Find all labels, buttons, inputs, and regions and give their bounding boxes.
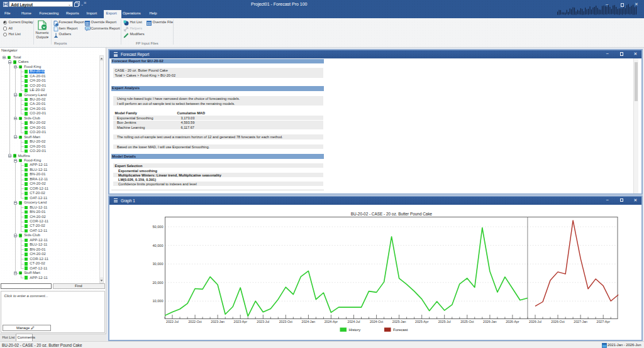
svg-text:Forecast: Forecast <box>393 328 408 332</box>
svg-text:2024-Jul: 2024-Jul <box>347 320 360 324</box>
svg-text:2026-Jul: 2026-Jul <box>529 320 541 324</box>
svg-text:2026-Jan: 2026-Jan <box>483 320 497 324</box>
svg-text:30,000: 30,000 <box>152 262 163 266</box>
svg-text:2022-Jul: 2022-Jul <box>166 320 179 324</box>
svg-text:2023-Jul: 2023-Jul <box>257 320 269 324</box>
svg-text:i: i <box>57 23 57 26</box>
svg-text:2024-Apr: 2024-Apr <box>324 320 338 324</box>
svg-text:2025-Oct: 2025-Oct <box>460 320 474 324</box>
svg-text:BU-20-02 - CASE - 20 oz. Butte: BU-20-02 - CASE - 20 oz. Butter Pound Ca… <box>350 212 432 216</box>
svg-text:20,000: 20,000 <box>152 280 163 284</box>
svg-text:History: History <box>348 328 360 332</box>
svg-text:2023-Oct: 2023-Oct <box>279 320 292 324</box>
svg-text:2022-Oct: 2022-Oct <box>188 320 202 324</box>
svg-text:2023-Jan: 2023-Jan <box>211 320 225 324</box>
svg-text:2025-Jan: 2025-Jan <box>392 320 406 324</box>
svg-text:2027-Apr: 2027-Apr <box>596 320 610 324</box>
svg-text:2025-Apr: 2025-Apr <box>415 320 429 324</box>
svg-text:40,000: 40,000 <box>152 243 163 247</box>
svg-text:2026-Oct: 2026-Oct <box>551 320 565 324</box>
svg-text:2024-Oct: 2024-Oct <box>369 320 383 324</box>
svg-text:2024-Jan: 2024-Jan <box>301 320 315 324</box>
svg-text:10,000: 10,000 <box>152 299 163 303</box>
svg-text:2026-Apr: 2026-Apr <box>506 320 519 324</box>
svg-text:2025-Jul: 2025-Jul <box>438 320 450 324</box>
svg-text:2027-Jan: 2027-Jan <box>574 320 587 324</box>
svg-text:50,000: 50,000 <box>152 225 163 229</box>
svg-text:2023-Apr: 2023-Apr <box>233 320 247 324</box>
